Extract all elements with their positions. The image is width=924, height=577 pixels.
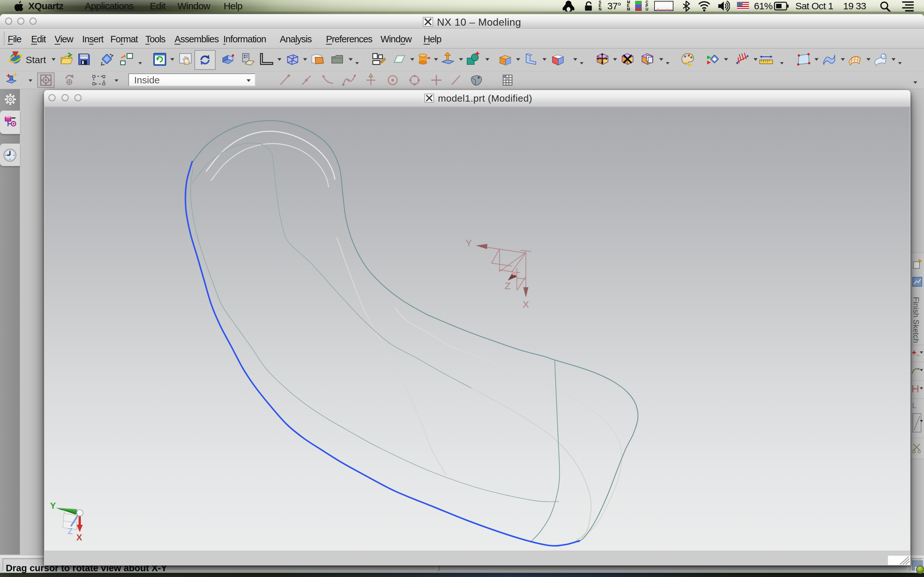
- svg-text:X: X: [76, 533, 82, 542]
- svg-text:Y: Y: [50, 501, 56, 511]
- svg-text:Z: Z: [505, 280, 510, 291]
- svg-text:Y: Y: [465, 237, 472, 248]
- svg-text:Z: Z: [68, 527, 73, 536]
- svg-text:X: X: [523, 299, 529, 309]
